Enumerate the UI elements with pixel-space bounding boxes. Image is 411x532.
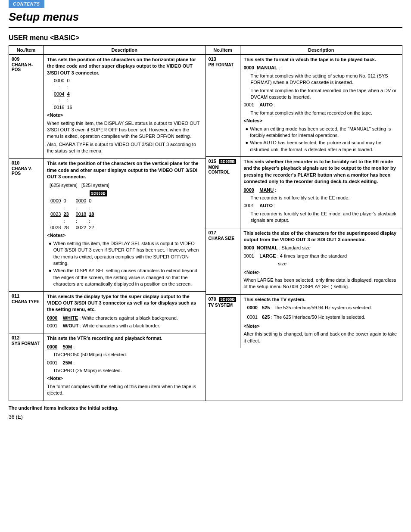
desc-070-bold: This selects the TV system. <box>244 296 399 303</box>
footer-text: The underlined items indicates the initi… <box>0 401 411 412</box>
note-label-012: <Note> <box>47 375 202 382</box>
note-label-009: <Note> <box>47 112 202 118</box>
row-017: 017 CHARA SIZE This selects the size of … <box>206 228 402 295</box>
item-num-011: 011 <box>12 293 40 299</box>
sd955b-icon-070: SD955B <box>219 297 236 302</box>
desc-017: This selects the size of the characters … <box>240 228 402 294</box>
bullet-013-1: ● When an editing mode has been selected… <box>244 126 399 139</box>
table-010: 0000 0 0000 0 : : : : 0023 <box>50 198 97 231</box>
011-wout-line: 0001 W/OUT : White characters with a bla… <box>47 323 202 329</box>
item-070: 070 SD955B TV SYSTEM <box>206 295 240 348</box>
sd955b-icon-010: SD955B <box>90 190 107 197</box>
row-013: 013 PB FORMAT This sets the format in wh… <box>206 55 402 157</box>
note-012: The format complies with the setting of … <box>47 383 202 397</box>
012-25m-desc: DVCPRO (25 Mbps) is selected. <box>47 367 202 374</box>
page-header: Setup menus <box>0 8 411 25</box>
013-auto-desc: The format complies with the format reco… <box>244 110 399 116</box>
desc-013: This sets the format in which the tape i… <box>240 55 402 156</box>
desc-011-bold: This selects the display type for the su… <box>47 293 202 313</box>
desc-015: This sets whether the recorder is to be … <box>240 157 402 228</box>
017-large-line: 0001 LARGE : 4 times larger than the sta… <box>244 253 399 259</box>
row-070: 070 SD955B TV SYSTEM This selects the TV… <box>206 295 402 348</box>
v-pos-system-header: [625i system] [525i system] <box>47 182 202 189</box>
table-070: 0000 525 : The 525 interlace/59.94 Hz sy… <box>247 305 375 320</box>
015-auto-line: 0001 AUTO : <box>244 202 399 209</box>
item-015: 015 SD955B MONICONTROL <box>206 157 240 228</box>
item-009: 009 CHARA H-POS <box>9 55 44 158</box>
contents-tab: CONTENTS <box>9 0 44 8</box>
item-name-017: CHARA SIZE <box>209 236 237 241</box>
desc-012-bold: This sets the VTR's recording and playba… <box>47 335 202 342</box>
017-normal-line: 0000 NORMAL : Standard size <box>244 245 399 251</box>
desc-017-bold: This selects the size of the characters … <box>244 230 399 243</box>
item-name-013: PB FORMAT <box>209 62 237 67</box>
th-item-left: No./Item <box>9 46 44 54</box>
title-rule <box>9 27 402 28</box>
item-num-009: 009 <box>12 56 40 62</box>
desc-010-bold: This sets the position of the characters… <box>47 160 202 180</box>
th-desc-right: Description <box>240 46 402 54</box>
note-009: When setting this item, the DISPLAY SEL … <box>47 120 202 140</box>
col-right: No./Item Description 013 PB FORMAT This … <box>206 46 402 401</box>
015-auto-desc: The recorder is forcibly set to the EE m… <box>244 211 399 224</box>
015-manu-desc: The recorder is not forcibly set to the … <box>244 195 399 201</box>
note-009b: Also, CHARA TYPE is output to VIDEO OUT … <box>47 141 202 155</box>
item-num-010: 010 <box>12 160 40 165</box>
desc-013-bold: This sets the format in which the tape i… <box>244 56 399 63</box>
item-num-013: 013 <box>209 56 237 62</box>
th-desc-left: Description <box>44 46 206 54</box>
main-content: No./Item Description 009 CHARA H-POS Thi… <box>0 45 411 401</box>
item-011: 011 CHARA TYPE <box>9 292 44 333</box>
note-label-013: <Notes> <box>244 118 399 124</box>
page-title: Setup menus <box>9 10 402 24</box>
bullet-013-2: ● When AUTO has been selected, the pictu… <box>244 140 399 153</box>
011-white-line: 0000 WHITE : White characters against a … <box>47 315 202 321</box>
note-017: When LARGE has been selected, only time … <box>244 277 399 290</box>
012-25m-line: 0001 25M : <box>47 360 202 366</box>
015-manu-line: 0000 MANU : <box>244 187 399 193</box>
section-header: USER menu <BASIC> <box>0 32 411 45</box>
item-name-070: TV SYSTEM <box>209 303 237 308</box>
item-012: 012 SYS FORMAT <box>9 333 44 400</box>
col-left: No./Item Description 009 CHARA H-POS Thi… <box>9 46 206 401</box>
012-50m-desc: DVCPRO50 (50 Mbps) is selected. <box>47 352 202 358</box>
item-name-009: CHARA H-POS <box>12 62 40 72</box>
item-name-011: CHARA TYPE <box>12 299 40 304</box>
013-manual-line: 0000 MANUAL : <box>244 65 399 71</box>
table-header-right: No./Item Description <box>206 46 402 55</box>
item-num-017: 017 <box>209 230 237 235</box>
012-50m-line: 0000 50M : <box>47 344 202 350</box>
row-012: 012 SYS FORMAT This sets the VTR's recor… <box>9 333 206 400</box>
017-large-size: size <box>244 261 399 267</box>
page-number: 36 (E) <box>0 412 411 422</box>
013-manual-desc2: The format complies to the format record… <box>244 87 399 101</box>
item-num-070: 070 SD955B <box>209 296 237 302</box>
item-017: 017 CHARA SIZE <box>206 228 240 294</box>
item-name-010: CHARA V-POS <box>12 166 40 176</box>
two-col-wrapper: No./Item Description 009 CHARA H-POS Thi… <box>9 45 402 401</box>
item-name-012: SYS FORMAT <box>12 341 40 346</box>
note-label-070: <Note> <box>244 323 399 330</box>
item-num-015: 015 SD955B <box>209 159 237 164</box>
note-label-017: <Note> <box>244 269 399 276</box>
sd955b-badge-row: SD955B <box>88 190 202 196</box>
row-009: 009 CHARA H-POS This sets the position o… <box>9 55 206 159</box>
item-010: 010 CHARA V-POS <box>9 159 44 291</box>
row-015: 015 SD955B MONICONTROL This sets whether… <box>206 157 402 228</box>
item-name-015: MONICONTROL <box>209 165 237 174</box>
desc-012: This sets the VTR's recording and playba… <box>44 333 206 400</box>
desc-009: This sets the position of the characters… <box>44 55 206 158</box>
sd955b-icon-015: SD955B <box>219 159 236 164</box>
desc-010: This sets the position of the characters… <box>44 159 206 291</box>
note-070: After this setting is changed, turn off … <box>244 331 399 344</box>
item-013: 013 PB FORMAT <box>206 55 240 156</box>
desc-011: This selects the display type for the su… <box>44 292 206 333</box>
bullet-010-2: ● When the DISPLAY SEL setting causes ch… <box>47 268 202 287</box>
item-num-012: 012 <box>12 335 40 340</box>
desc-015-bold: This sets whether the recorder is to be … <box>244 159 399 185</box>
table-009: 0000 0 : : 0004 4 : : <box>54 78 75 111</box>
013-manual-desc1: The format complies with the setting of … <box>244 73 399 86</box>
th-item-right: No./Item <box>206 46 240 54</box>
row-010: 010 CHARA V-POS This sets the position o… <box>9 159 206 291</box>
desc-009-bold: This sets the position of the characters… <box>47 56 202 76</box>
